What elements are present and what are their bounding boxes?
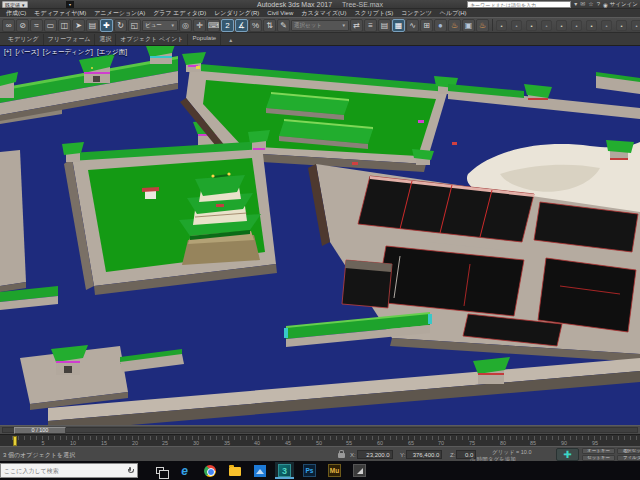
select-move-icon[interactable]: ✚ — [100, 19, 113, 32]
viewport-menu-pov[interactable]: [パース] — [15, 48, 38, 57]
material-editor-icon[interactable]: ● — [434, 19, 447, 32]
3dsmax-taskbar-icon[interactable]: 3 — [275, 462, 294, 479]
select-manipulate-icon[interactable]: ✛ — [193, 19, 206, 32]
menu-item[interactable]: レンダリング(R) — [210, 9, 263, 17]
menu-item[interactable]: アニメーション(A) — [90, 9, 149, 17]
infocenter-search-input[interactable] — [467, 1, 571, 8]
ribbon-tab[interactable]: 選択 — [95, 34, 116, 45]
ribbon-tab[interactable]: オブジェクト ペイント — [116, 34, 188, 45]
window-crossing-icon[interactable]: ◫ — [58, 19, 71, 32]
reference-coordinate-dropdown[interactable]: ビュー ▼ — [142, 20, 178, 31]
viewport-menu-general[interactable]: [+] — [4, 48, 11, 57]
track-bar[interactable]: 5101520253035404550556065707580859095 — [0, 434, 640, 446]
perspective-viewport[interactable]: [+] [パース] [シェーディング] [エッジ面] — [0, 46, 640, 425]
menu-item[interactable]: グラフ エディタ(D) — [149, 9, 210, 17]
keyboard-override-icon[interactable]: ⌨ — [207, 19, 220, 32]
windows-taskbar: e 3 Ps Mu — [0, 461, 640, 480]
y-value[interactable]: 376,400.0 — [406, 450, 442, 459]
percent-snap-icon[interactable]: % — [249, 19, 262, 32]
rect-selection-region-icon[interactable]: ▭ — [44, 19, 57, 32]
menu-item[interactable]: ヘルプ(H) — [436, 9, 471, 17]
help-icon[interactable]: ? — [597, 1, 600, 8]
toolbar-extra-icon[interactable]: • — [526, 20, 537, 31]
taskbar-search-input[interactable] — [1, 468, 128, 474]
set-keys-button[interactable]: ✚ — [556, 448, 579, 461]
toolbar-separator — [492, 19, 493, 31]
ribbon-tab[interactable]: モデリング — [4, 34, 44, 45]
status-message: 3 個のオブジェクトを選択 — [3, 451, 75, 460]
sign-in-button[interactable]: ◉ サインイン — [603, 1, 638, 8]
viewport-menu-edged-faces[interactable]: [エッジ面] — [97, 48, 127, 57]
select-scale-icon[interactable]: ◱ — [128, 19, 141, 32]
auto-key-button[interactable]: オートキー — [582, 448, 615, 454]
select-link-icon[interactable]: ∞ — [2, 19, 15, 32]
menu-item[interactable]: 作成(C) — [2, 9, 30, 17]
toolbar-extra-icon[interactable]: • — [616, 20, 627, 31]
workspace-label: 既定値 — [5, 2, 20, 8]
menu-item[interactable]: スクリプト(S) — [350, 9, 397, 17]
toolbar-extra-icon[interactable]: • — [601, 20, 612, 31]
time-slider-track[interactable] — [2, 427, 638, 433]
render-setup-icon[interactable]: ♨ — [448, 19, 461, 32]
unlink-icon[interactable]: ⊘ — [16, 19, 29, 32]
edge-icon[interactable]: e — [175, 462, 194, 479]
toolbar-extra-icon[interactable]: • — [631, 20, 640, 31]
workspace-selector[interactable]: 既定値 ▾ — [2, 1, 28, 8]
ribbon-collapse-icon[interactable]: ▴ — [229, 36, 232, 43]
render-production-icon[interactable]: ♨ — [476, 19, 489, 32]
photoshop-icon[interactable]: Ps — [300, 462, 319, 479]
task-view-icon[interactable] — [150, 462, 169, 479]
toolbar-extra-icon[interactable]: • — [496, 20, 507, 31]
current-frame-marker[interactable] — [13, 436, 17, 446]
select-rotate-icon[interactable]: ↻ — [114, 19, 127, 32]
x-value[interactable]: 23,200.0 — [357, 450, 393, 459]
x-coordinate-field[interactable]: X: 23,200.0 — [350, 450, 393, 459]
search-arrow-icon[interactable]: ▾ — [574, 1, 577, 8]
toolbar-extra-icon[interactable]: • — [571, 20, 582, 31]
toolbar-extra-icon[interactable]: • — [586, 20, 597, 31]
menu-item[interactable]: Civil View — [263, 9, 297, 17]
time-slider[interactable]: 0 / 100 — [0, 425, 640, 434]
toolbar-extra-icon[interactable]: • — [541, 20, 552, 31]
quick-access-button[interactable]: ▾ — [66, 1, 74, 8]
time-slider-handle[interactable]: 0 / 100 — [14, 427, 66, 434]
select-object-icon[interactable]: ➤ — [72, 19, 85, 32]
rendered-frame-icon[interactable]: ▣ — [462, 19, 475, 32]
curve-editor-icon[interactable]: ∿ — [406, 19, 419, 32]
y-coordinate-field[interactable]: Y: 376,400.0 — [400, 450, 442, 459]
file-explorer-icon[interactable] — [225, 462, 244, 479]
favorites-icon[interactable]: ☆ — [588, 1, 593, 8]
schematic-view-icon[interactable]: ⊞ — [420, 19, 433, 32]
spinner-snap-icon[interactable]: ⇅ — [263, 19, 276, 32]
toolbar-extra-icon[interactable]: • — [556, 20, 567, 31]
photos-icon[interactable] — [250, 462, 269, 479]
layer-manager-icon[interactable]: ▤ — [378, 19, 391, 32]
ribbon-tab[interactable]: Populate — [188, 34, 221, 45]
microphone-icon[interactable] — [128, 467, 132, 474]
align-icon[interactable]: ≡ — [364, 19, 377, 32]
menu-item[interactable]: コンテンツ — [397, 9, 436, 17]
edit-named-selections-icon[interactable]: ✎ — [277, 19, 290, 32]
select-by-name-icon[interactable]: ▤ — [86, 19, 99, 32]
ribbon-tab[interactable]: フリーフォーム — [44, 34, 96, 45]
selection-set-dropdown[interactable]: 選択セット — [617, 448, 640, 454]
taskbar-search-box[interactable] — [0, 463, 138, 478]
chrome-icon[interactable] — [200, 462, 219, 479]
selection-lock-icon[interactable] — [338, 453, 345, 458]
snap-toggle-icon[interactable]: 2 — [221, 19, 234, 32]
viewport-label[interactable]: [+] [パース] [シェーディング] [エッジ面] — [4, 48, 127, 57]
bind-spacewarp-icon[interactable]: ≈ — [30, 19, 43, 32]
chevron-down-icon: ▼ — [342, 23, 346, 28]
toolbar-extra-icon[interactable]: • — [511, 20, 522, 31]
ribbon-toggle-icon[interactable]: ▦ — [392, 19, 405, 32]
named-selection-dropdown[interactable]: 選択セット ▼ — [291, 20, 349, 31]
app-shortcut-icon[interactable] — [350, 462, 369, 479]
menu-item[interactable]: カスタマイズ(U) — [297, 9, 350, 17]
use-pivot-center-icon[interactable]: ◎ — [179, 19, 192, 32]
viewport-menu-shading[interactable]: [シェーディング] — [43, 48, 93, 57]
muse-icon[interactable]: Mu — [325, 462, 344, 479]
angle-snap-icon[interactable]: ∡ — [235, 19, 248, 32]
mirror-icon[interactable]: ⇄ — [350, 19, 363, 32]
communication-icon[interactable]: ✉ — [580, 1, 585, 8]
menu-item[interactable]: モディファイヤ(M) — [30, 9, 90, 17]
